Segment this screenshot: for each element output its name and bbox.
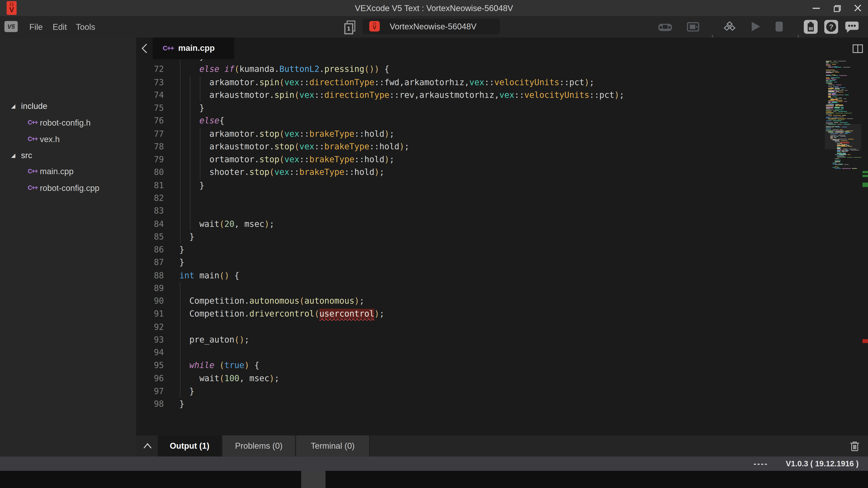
minimap-line [832,64,836,65]
sidebar-folder-include[interactable]: ◢include [0,98,136,114]
help-icon[interactable]: ? [825,20,838,34]
minimize-icon[interactable] [813,8,820,9]
brain-icon[interactable] [686,21,700,33]
code-line: } [179,59,204,64]
minimap-line [831,74,835,75]
panel-tab-output[interactable]: Output (1) [158,435,222,456]
v5-badge-icon: V5 [4,21,18,32]
minimap-line [837,153,842,153]
restore-icon[interactable] [833,4,842,13]
line-number: 81 [136,179,164,193]
minimap-line [833,61,837,61]
minimap-line [826,107,833,108]
minimap-line [835,104,839,105]
minimap-line [836,100,842,101]
minimap-line [826,61,832,61]
minimap-line [831,118,833,119]
minimap-line [847,157,852,158]
minimap-line [835,118,839,119]
menu-tools[interactable]: Tools [76,16,95,38]
minimap-line [828,89,832,90]
minimap-line [828,119,837,119]
line-number: 83 [136,205,164,218]
line-number: 84 [136,218,164,231]
line-number: 89 [136,282,164,295]
minimap-line [841,89,843,90]
minimap-line [838,61,846,61]
minimap-line [826,71,831,71]
file-explorer: ◢includeC++robot-config.hC++vex.h◢srcC++… [0,38,136,457]
code-line: arkamotor.spin(vex::directionType::fwd,a… [179,76,594,90]
sidebar-file-main.cpp[interactable]: C++main.cpp [0,163,136,179]
battery-icon[interactable] [804,20,817,34]
sidebar-folder-src[interactable]: ◢src [0,147,136,163]
minimap-line [835,162,840,162]
code-line: } [179,179,204,193]
line-number: 87 [136,256,164,270]
window-title: VEXcode V5 Text : VortexNeowise-56048V [0,0,868,16]
play-icon[interactable] [749,21,762,32]
menu-file[interactable]: File [29,16,43,38]
collapse-chevron-icon[interactable] [143,442,152,449]
minimap-line [837,156,845,157]
build-cubes-icon[interactable] [722,21,737,32]
minimap-viewport[interactable] [825,124,862,150]
minimap-line [837,155,844,156]
minimap-line [845,150,849,151]
minimap-line [826,117,832,118]
minimap-line [848,154,850,155]
line-number: 77 [136,128,164,141]
minimap-line [833,117,837,118]
minimap-line [830,99,837,100]
minimap-line [837,101,843,102]
split-editor-icon[interactable] [852,44,864,53]
minimap-line [828,97,833,98]
panel-tab-problems[interactable]: Problems (0) [222,435,296,456]
cpp-file-icon: C++ [28,131,37,147]
close-icon[interactable] [854,4,862,12]
version-label: V1.0.3 ( 19.12.1916 ) [786,456,859,471]
line-number: 82 [136,192,164,205]
stop-icon[interactable] [775,21,784,32]
project-selector[interactable]: { } V VortexNeowise-56048V [363,19,500,34]
minimap-line [837,157,846,158]
cpp-file-icon: C++ [28,115,37,131]
minimap-line [826,83,832,84]
line-number: 75 [136,102,164,115]
panel-tab-terminal[interactable]: Terminal (0) [296,435,370,456]
minimap-line [826,77,830,78]
code-editor[interactable]: }72 else if(kumanda.ButtonL2.pressing())… [136,59,825,435]
slot-icon[interactable]: 1 [344,21,355,34]
minimap-line [826,72,831,73]
minimap-line [844,98,846,99]
minimap-line [826,109,833,110]
controller-icon[interactable] [657,22,673,32]
minimap-line [833,115,841,116]
minimap-line [842,115,846,116]
minimap-line [828,85,835,85]
minimap[interactable] [825,59,862,435]
title-bar: { } V VEXcode V5 Text : VortexNeowise-56… [0,0,868,16]
minimap-line [839,117,844,118]
status-bar: ---- V1.0.3 ( 19.12.1916 ) [0,456,868,471]
minimap-line [852,168,857,169]
back-chevron-icon[interactable] [141,43,148,54]
minimap-line [833,121,842,121]
sidebar-file-vex.h[interactable]: C++vex.h [0,131,136,147]
sidebar-file-robot-config.h[interactable]: C++robot-config.h [0,115,136,131]
tab-main-cpp[interactable]: C++ main.cpp [153,38,234,59]
feedback-icon[interactable] [845,21,859,34]
minimap-line [828,92,837,93]
code-line: } [179,243,184,257]
minimap-line [835,109,843,110]
minimap-line [826,74,830,75]
folder-label: src [21,147,32,163]
sidebar-file-robot-config.cpp[interactable]: C++robot-config.cpp [0,180,136,196]
minimap-line [838,164,843,164]
minimap-line [833,164,837,164]
minimap-line [835,88,840,89]
menu-edit[interactable]: Edit [53,16,67,38]
minimap-line [838,92,843,93]
trash-icon[interactable] [849,440,860,452]
minimap-line [838,90,844,91]
